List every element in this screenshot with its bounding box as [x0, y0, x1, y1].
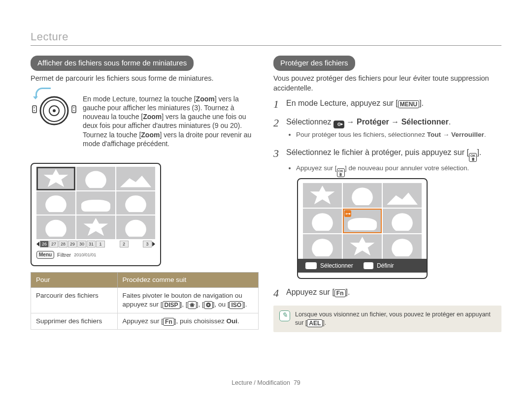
- section-heading-thumbnails: Afficher des fichiers sous forme de mini…: [31, 56, 194, 71]
- svg-point-9: [53, 109, 56, 112]
- playback-settings-icon: ⚙: [333, 121, 344, 128]
- ok-delete-button-icon: OK🗑: [469, 153, 477, 162]
- dial-paragraph: En mode Lecture, tournez la touche [Zoom…: [83, 94, 259, 148]
- thumbnail: [343, 183, 382, 208]
- define-label: Définir: [377, 262, 394, 270]
- thumbnail: [116, 216, 155, 239]
- menu-button-icon: MENU: [398, 100, 419, 108]
- iso-button-icon: ISO: [229, 301, 243, 309]
- table-header-procedez: Procédez comme suit: [117, 272, 258, 287]
- camera-screen-protect: ⊶ OK Sélectionner Fn Définir: [297, 178, 428, 279]
- ok-button-icon: OK: [305, 262, 317, 270]
- step-1: En mode Lecture, appuyez sur [MENU].: [273, 98, 501, 109]
- date-label: 2010/01/01: [74, 252, 96, 258]
- fn-button-icon: Fn: [334, 289, 346, 297]
- page-footer: Lecture / Modification 79: [0, 379, 532, 386]
- thumbnail: [303, 209, 342, 233]
- svg-rect-0: [33, 106, 36, 113]
- table-header-pour: Pour: [31, 272, 118, 287]
- thumbnail: [303, 234, 342, 259]
- dial-illustration: [31, 88, 78, 126]
- lock-icon: ⊶: [344, 210, 351, 217]
- table-cell: Supprimer des fichiers: [31, 313, 118, 329]
- menu-button-icon: Menu: [36, 251, 54, 259]
- thumbnail: [343, 234, 382, 259]
- ok-delete-button-icon: OK🗑: [337, 168, 345, 177]
- table-cell: Parcourir des fichiers: [31, 288, 118, 313]
- thumbnail: [116, 191, 155, 215]
- protect-intro: Vous pouvez protéger des fichiers pour l…: [273, 74, 501, 93]
- fn-button-icon: Fn: [363, 262, 374, 270]
- step-4: Appuyez sur [Fn].: [273, 287, 501, 298]
- step-3: Sélectionnez le fichier à protéger, puis…: [273, 147, 501, 279]
- step-3-bullet: Appuyez sur [OK🗑] de nouveau pour annule…: [296, 164, 501, 177]
- thumbnail-selected: [36, 167, 75, 190]
- camera-screen-thumbnails: 26 27 28 29 30 31 1 2 3 Menu Filtrer 20: [31, 163, 161, 266]
- svg-point-2: [34, 110, 35, 111]
- macro-button-icon: ❀: [188, 301, 197, 309]
- timer-button-icon: ❂: [204, 301, 213, 309]
- protect-steps: En mode Lecture, appuyez sur [MENU]. Sél…: [273, 98, 501, 297]
- scroll-left-icon: [36, 242, 39, 247]
- fn-button-icon: Fn: [163, 318, 174, 326]
- table-cell: Appuyez sur [Fn], puis choisissez Oui.: [117, 313, 258, 329]
- thumbnail: [76, 167, 115, 190]
- thumbnail: [383, 183, 422, 208]
- instructions-table: Pour Procédez comme suit Parcourir des f…: [31, 272, 259, 330]
- dial-icon: [31, 95, 78, 126]
- scroll-right-icon: [152, 242, 155, 247]
- select-label: Sélectionner: [320, 262, 353, 270]
- svg-point-5: [73, 110, 74, 111]
- filmstrip: 26 27 28 29 30 31 1 2 3: [32, 239, 160, 249]
- svg-point-4: [73, 107, 74, 108]
- disp-button-icon: DISP: [163, 301, 180, 309]
- thumbnail: [36, 191, 75, 215]
- thumbnail-selected-locked: ⊶: [343, 209, 382, 233]
- page-title: Lecture: [31, 31, 501, 46]
- thumbnail: [116, 167, 155, 190]
- thumbnail: [303, 183, 342, 208]
- left-column: Afficher des fichiers sous forme de mini…: [31, 56, 259, 332]
- ael-button-icon: AEL: [307, 319, 323, 327]
- step-2-bullet: Pour protéger tous les fichiers, sélecti…: [296, 130, 501, 139]
- svg-point-1: [34, 107, 35, 108]
- section-heading-protect: Protéger des fichiers: [273, 56, 355, 71]
- thumbnail: [76, 216, 115, 239]
- right-column: Protéger des fichiers Vous pouvez protég…: [273, 56, 501, 332]
- note-text: Lorsque vous visionnez un fichier, vous …: [295, 310, 496, 327]
- thumbnail: [383, 234, 422, 259]
- thumbnail: [36, 216, 75, 239]
- note-box: ✎ Lorsque vous visionnez un fichier, vou…: [273, 306, 501, 332]
- svg-rect-3: [72, 106, 76, 113]
- note-icon: ✎: [279, 310, 290, 321]
- thumbnail: [383, 209, 422, 233]
- filter-label: Filtrer: [57, 251, 71, 259]
- thumbnails-intro: Permet de parcourir les fichiers sous fo…: [31, 74, 259, 84]
- table-cell: Faites pivoter le bouton de navigation o…: [117, 288, 258, 313]
- thumbnail: [76, 191, 115, 215]
- step-2: Sélectionnez ⚙ → Protéger → Sélectionner…: [273, 117, 501, 139]
